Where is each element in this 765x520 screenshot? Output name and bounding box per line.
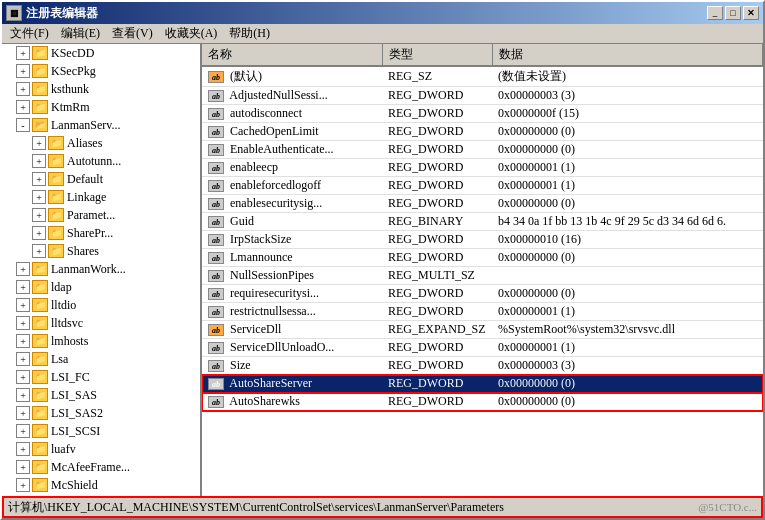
expand-icon[interactable]: + [32, 208, 46, 222]
table-row[interactable]: ab EnableAuthenticate... REG_DWORD 0x000… [202, 141, 763, 159]
expand-icon[interactable]: + [32, 172, 46, 186]
registry-tree[interactable]: + 📁 KSecDD + 📁 KSecPkg + 📁 ksthunk [2, 44, 202, 496]
reg-type-icon: ab [208, 90, 224, 102]
expand-icon[interactable]: + [16, 100, 30, 114]
table-row[interactable]: ab ServiceDll REG_EXPAND_SZ %SystemRoot%… [202, 321, 763, 339]
table-row[interactable]: ab IrpStackSize REG_DWORD 0x00000010 (16… [202, 231, 763, 249]
menu-file[interactable]: 文件(F) [4, 23, 55, 44]
cell-name: ab AutoShareServer [202, 375, 382, 393]
tree-item-linkage[interactable]: + 📁 Linkage [2, 188, 200, 206]
expand-icon[interactable]: + [16, 334, 30, 348]
table-row[interactable]: ab CachedOpenLimit REG_DWORD 0x00000000 … [202, 123, 763, 141]
tree-item-sharepr[interactable]: + 📁 SharePr... [2, 224, 200, 242]
expand-icon[interactable]: + [16, 406, 30, 420]
tree-item-shares[interactable]: + 📁 Shares [2, 242, 200, 260]
expand-icon[interactable]: + [16, 460, 30, 474]
reg-name: ServiceDllUnloadO... [230, 340, 334, 354]
tree-item-lanmanserv[interactable]: - 📂 LanmanServ... [2, 116, 200, 134]
table-row[interactable]: ab Guid REG_BINARY b4 34 0a 1f bb 13 1b … [202, 213, 763, 231]
table-row[interactable]: ab NullSessionPipes REG_MULTI_SZ [202, 267, 763, 285]
table-row[interactable]: ab AutoSharewks REG_DWORD 0x00000000 (0) [202, 393, 763, 411]
expand-icon[interactable]: + [32, 136, 46, 150]
tree-item-lmhosts[interactable]: + 📁 lmhosts [2, 332, 200, 350]
folder-icon: 📁 [32, 424, 48, 438]
expand-icon[interactable]: + [16, 424, 30, 438]
menu-favorites[interactable]: 收藏夹(A) [159, 23, 224, 44]
expand-icon[interactable]: + [16, 478, 30, 492]
expand-icon[interactable]: + [16, 262, 30, 276]
expand-icon[interactable]: + [16, 370, 30, 384]
tree-label: ksthunk [51, 82, 89, 97]
table-row[interactable]: ab (默认) REG_SZ (数值未设置) [202, 66, 763, 87]
tree-item-ktmrm[interactable]: + 📁 KtmRm [2, 98, 200, 116]
tree-item-lanmanwork[interactable]: + 📁 LanmanWork... [2, 260, 200, 278]
tree-item-lsi-sas2[interactable]: + 📁 LSI_SAS2 [2, 404, 200, 422]
tree-label: SharePr... [67, 226, 113, 241]
tree-item-lsi-sas[interactable]: + 📁 LSI_SAS [2, 386, 200, 404]
tree-label: KtmRm [51, 100, 90, 115]
registry-values-panel[interactable]: 名称 类型 数据 ab (默认) REG_SZ (数值未设置) ab Adjus… [202, 44, 763, 496]
tree-item-mcafee[interactable]: + 📁 McAfeeFrame... [2, 458, 200, 476]
window-title: 注册表编辑器 [26, 5, 98, 22]
tree-item-ksecpkg[interactable]: + 📁 KSecPkg [2, 62, 200, 80]
table-row[interactable]: ab Size REG_DWORD 0x00000003 (3) [202, 357, 763, 375]
folder-icon: 📁 [48, 244, 64, 258]
expand-icon[interactable]: + [32, 244, 46, 258]
expand-icon[interactable]: + [16, 280, 30, 294]
cell-type: REG_DWORD [382, 195, 492, 213]
minimize-button[interactable]: _ [707, 6, 723, 20]
menu-view[interactable]: 查看(V) [106, 23, 159, 44]
reg-name: requiresecuritysi... [230, 286, 319, 300]
cell-name: ab EnableAuthenticate... [202, 141, 382, 159]
reg-type-icon: ab [208, 162, 224, 174]
tree-item-autotunn[interactable]: + 📁 Autotunn... [2, 152, 200, 170]
expand-icon[interactable]: + [32, 190, 46, 204]
menu-edit[interactable]: 编辑(E) [55, 23, 106, 44]
expand-icon[interactable]: + [16, 352, 30, 366]
expand-icon[interactable]: + [16, 316, 30, 330]
cell-data: 0x00000010 (16) [492, 231, 763, 249]
expand-icon[interactable]: - [16, 118, 30, 132]
expand-icon[interactable]: + [16, 82, 30, 96]
table-row[interactable]: ab enablesecuritysig... REG_DWORD 0x0000… [202, 195, 763, 213]
table-row[interactable]: ab requiresecuritysi... REG_DWORD 0x0000… [202, 285, 763, 303]
table-row[interactable]: ab enableecp REG_DWORD 0x00000001 (1) [202, 159, 763, 177]
reg-type-icon: ab [208, 288, 224, 300]
tree-item-lsa[interactable]: + 📁 Lsa [2, 350, 200, 368]
table-row[interactable]: ab ServiceDllUnloadO... REG_DWORD 0x0000… [202, 339, 763, 357]
table-row[interactable]: ab restrictnullsessa... REG_DWORD 0x0000… [202, 303, 763, 321]
expand-icon[interactable]: + [16, 46, 30, 60]
cell-name: ab enablesecuritysig... [202, 195, 382, 213]
cell-data: 0x00000003 (3) [492, 357, 763, 375]
tree-item-lsi-fc[interactable]: + 📁 LSI_FC [2, 368, 200, 386]
table-row[interactable]: ab enableforcedlogoff REG_DWORD 0x000000… [202, 177, 763, 195]
table-row[interactable]: ab AutoShareServer REG_DWORD 0x00000000 … [202, 375, 763, 393]
tree-item-parameters[interactable]: + 📁 Paramet... [2, 206, 200, 224]
table-row[interactable]: ab Lmannounce REG_DWORD 0x00000000 (0) [202, 249, 763, 267]
expand-icon[interactable]: + [16, 298, 30, 312]
tree-item-ksthunk[interactable]: + 📁 ksthunk [2, 80, 200, 98]
expand-icon[interactable]: + [16, 442, 30, 456]
tree-item-mcshield[interactable]: + 📁 McShield [2, 476, 200, 494]
table-row[interactable]: ab autodisconnect REG_DWORD 0x0000000f (… [202, 105, 763, 123]
close-button[interactable]: ✕ [743, 6, 759, 20]
expand-icon[interactable]: + [32, 154, 46, 168]
reg-type-icon: ab [208, 324, 224, 336]
tree-item-aliases[interactable]: + 📁 Aliases [2, 134, 200, 152]
tree-item-lltdio[interactable]: + 📁 lltdio [2, 296, 200, 314]
expand-icon[interactable]: + [16, 388, 30, 402]
maximize-button[interactable]: □ [725, 6, 741, 20]
cell-data: 0x00000001 (1) [492, 303, 763, 321]
expand-icon[interactable]: + [32, 226, 46, 240]
cell-name: ab Lmannounce [202, 249, 382, 267]
col-name-header: 名称 [202, 44, 382, 66]
tree-item-lltdsvc[interactable]: + 📁 lltdsvc [2, 314, 200, 332]
expand-icon[interactable]: + [16, 64, 30, 78]
menu-help[interactable]: 帮助(H) [223, 23, 276, 44]
tree-item-default[interactable]: + 📁 Default [2, 170, 200, 188]
table-row[interactable]: ab AdjustedNullSessi... REG_DWORD 0x0000… [202, 87, 763, 105]
tree-item-ldap[interactable]: + 📁 ldap [2, 278, 200, 296]
tree-item-luafv[interactable]: + 📁 luafv [2, 440, 200, 458]
tree-item-ksecdd[interactable]: + 📁 KSecDD [2, 44, 200, 62]
tree-item-lsi-scsi[interactable]: + 📁 LSI_SCSI [2, 422, 200, 440]
